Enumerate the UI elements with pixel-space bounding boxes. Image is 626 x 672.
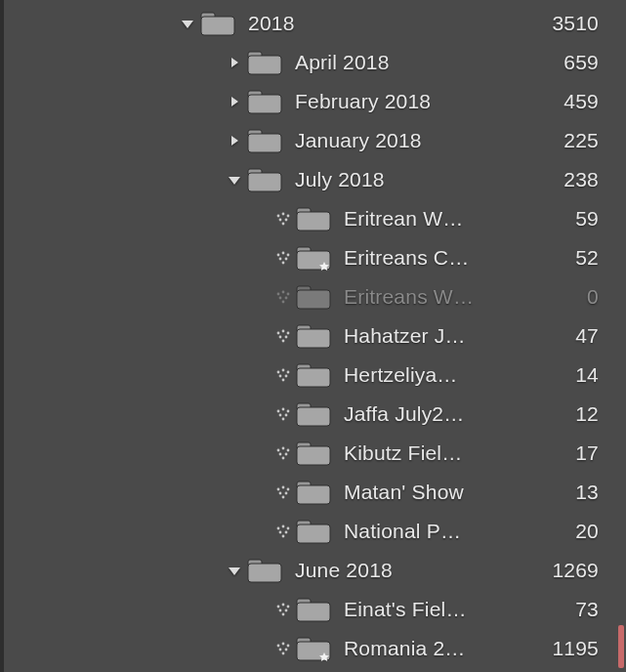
- photo-count: 52: [550, 246, 599, 270]
- photo-count: 13: [550, 481, 599, 504]
- svg-point-68: [285, 453, 288, 456]
- folder-icon: [295, 518, 344, 545]
- folder-row[interactable]: Hertzeliya…14: [10, 356, 626, 395]
- folder-row[interactable]: April 2018659: [10, 43, 626, 82]
- folder-row[interactable]: Hahatzer J…47: [10, 316, 626, 356]
- leaf-dots-icon: [271, 250, 295, 266]
- folder-row[interactable]: Kibutz Fiel…17: [10, 434, 626, 473]
- svg-point-20: [282, 223, 285, 226]
- folder-label: April 2018: [295, 51, 550, 74]
- leaf-dots-icon: [271, 524, 295, 539]
- svg-point-15: [277, 215, 280, 218]
- svg-point-92: [282, 604, 285, 607]
- folder-label: Einat's Fiel…: [344, 598, 550, 621]
- folder-label: Eritreans W…: [344, 285, 550, 309]
- folder-row[interactable]: June 20181269: [10, 551, 626, 590]
- leaf-dots-icon: [271, 602, 295, 617]
- folder-row[interactable]: National P…20: [10, 512, 626, 551]
- svg-rect-22: [297, 212, 330, 231]
- folder-label: February 2018: [295, 90, 550, 113]
- svg-point-67: [279, 453, 282, 456]
- svg-rect-39: [297, 290, 330, 309]
- svg-point-36: [285, 297, 288, 300]
- svg-point-65: [282, 447, 285, 450]
- folder-icon: [246, 557, 295, 584]
- folder-icon: [295, 440, 344, 467]
- svg-point-73: [282, 486, 285, 489]
- svg-point-16: [282, 213, 285, 216]
- folder-row[interactable]: Eritreans W…0: [10, 277, 626, 316]
- scrollbar-thumb[interactable]: [618, 625, 624, 668]
- disclosure-down-icon[interactable]: [223, 173, 246, 187]
- svg-point-28: [282, 262, 285, 265]
- svg-point-52: [285, 375, 288, 378]
- photo-count: 459: [550, 90, 599, 113]
- folder-row[interactable]: Eritrean W…59: [10, 199, 626, 238]
- photo-count: 12: [550, 402, 599, 426]
- svg-point-45: [282, 340, 285, 343]
- svg-point-26: [279, 258, 282, 261]
- svg-point-19: [285, 219, 288, 222]
- folder-label: Eritreans C…: [344, 246, 550, 270]
- svg-rect-98: [297, 603, 330, 621]
- folder-label: Jaffa July2…: [344, 402, 550, 426]
- svg-point-34: [287, 293, 290, 296]
- svg-point-35: [279, 297, 282, 300]
- svg-point-74: [287, 488, 290, 491]
- svg-rect-5: [248, 56, 281, 74]
- leaf-dots-icon: [271, 406, 295, 422]
- folder-label: Kibutz Fiel…: [344, 441, 550, 465]
- disclosure-right-icon[interactable]: [223, 134, 246, 147]
- folder-row[interactable]: Matan' Show13: [10, 473, 626, 512]
- leaf-dots-icon: [271, 211, 295, 227]
- folder-row[interactable]: Romania 2…1195: [10, 629, 626, 668]
- disclosure-down-icon[interactable]: [176, 17, 199, 30]
- svg-point-101: [287, 645, 290, 648]
- svg-point-23: [277, 254, 280, 257]
- svg-point-103: [285, 649, 288, 651]
- svg-rect-79: [297, 485, 330, 504]
- folder-label: July 2018: [295, 168, 550, 191]
- photo-count: 1269: [550, 559, 599, 582]
- disclosure-down-icon[interactable]: [223, 564, 246, 577]
- svg-point-44: [285, 336, 288, 339]
- folder-row[interactable]: Einat's Fiel…73: [10, 590, 626, 629]
- folder-row[interactable]: January 2018225: [10, 121, 626, 160]
- svg-point-99: [277, 645, 280, 648]
- disclosure-right-icon[interactable]: [223, 56, 246, 69]
- svg-point-77: [282, 496, 285, 499]
- leaf-dots-icon: [271, 367, 295, 383]
- photo-count: 3510: [550, 12, 599, 35]
- svg-point-53: [282, 379, 285, 382]
- folder-row[interactable]: July 2018238: [10, 160, 626, 199]
- folder-row[interactable]: 20183510: [10, 4, 626, 43]
- folder-icon: [295, 400, 344, 428]
- svg-marker-0: [182, 21, 193, 28]
- svg-point-25: [287, 254, 290, 257]
- photo-count: 17: [550, 441, 599, 465]
- photo-count: 59: [550, 207, 599, 231]
- folder-icon: [295, 322, 344, 350]
- folder-row[interactable]: Jaffa July2…12: [10, 395, 626, 434]
- folder-row[interactable]: Eritreans C…52: [10, 238, 626, 277]
- folder-label: 2018: [248, 12, 550, 35]
- folder-row[interactable]: February 2018459: [10, 82, 626, 121]
- svg-point-91: [277, 606, 280, 609]
- folder-icon: [295, 479, 344, 506]
- svg-point-80: [277, 527, 280, 530]
- photo-count: 20: [550, 520, 599, 543]
- svg-rect-90: [248, 564, 281, 582]
- photo-count: 225: [550, 129, 599, 152]
- svg-point-102: [279, 649, 282, 651]
- svg-point-18: [279, 219, 282, 222]
- disclosure-right-icon[interactable]: [223, 95, 246, 108]
- svg-point-27: [285, 258, 288, 261]
- photo-count: 14: [550, 363, 599, 387]
- folder-label: June 2018: [295, 559, 550, 582]
- folder-icon: [246, 88, 295, 115]
- folder-icon: [246, 49, 295, 76]
- svg-point-61: [282, 418, 285, 421]
- leaf-dots-icon: [271, 641, 295, 656]
- svg-rect-8: [248, 95, 281, 113]
- svg-point-100: [282, 643, 285, 646]
